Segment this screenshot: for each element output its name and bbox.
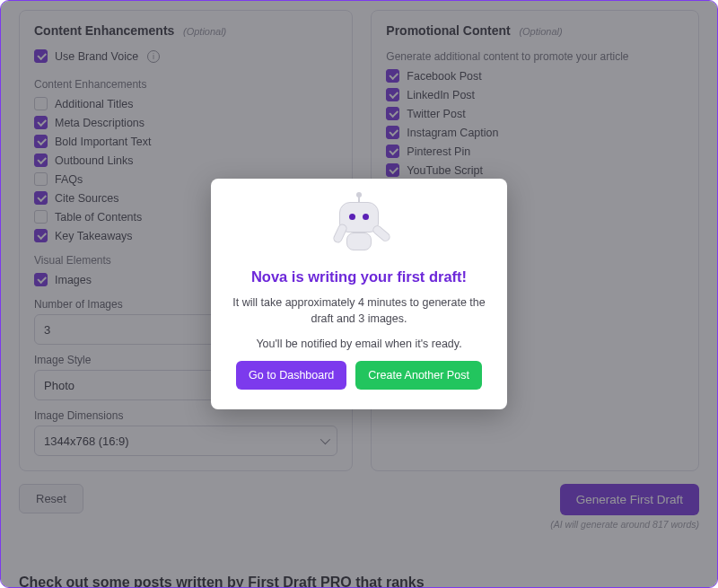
create-another-post-button[interactable]: Create Another Post — [355, 361, 482, 390]
go-to-dashboard-button[interactable]: Go to Dashboard — [236, 361, 346, 390]
modal-line1: It will take approximately 4 minutes to … — [231, 294, 487, 327]
robot-icon — [334, 197, 384, 258]
modal-line2: You'll be notified by email when it's re… — [231, 336, 487, 352]
modal-overlay: Nova is writing your first draft! It wil… — [1, 1, 717, 587]
modal-title: Nova is writing your first draft! — [231, 268, 487, 285]
writing-draft-modal: Nova is writing your first draft! It wil… — [211, 179, 507, 409]
